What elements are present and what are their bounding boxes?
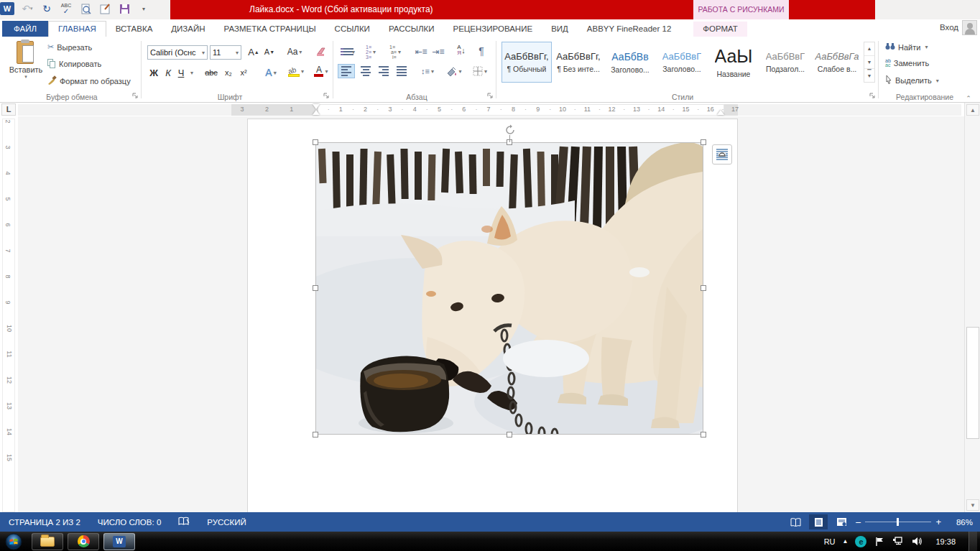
clear-formatting-button[interactable]: [314, 45, 330, 59]
style-no-spacing[interactable]: АаБбВвГг, ¶ Без инте...: [553, 42, 604, 83]
show-paragraph-marks-button[interactable]: ¶: [474, 44, 489, 58]
tab-picture-format[interactable]: ФОРМАТ: [693, 22, 747, 37]
font-dialog-launcher[interactable]: [323, 93, 330, 100]
shading-button[interactable]: ▾: [443, 64, 465, 78]
layout-options-button[interactable]: [712, 144, 732, 165]
text-effects-button[interactable]: А▾: [260, 65, 282, 80]
scroll-up-icon[interactable]: ▲: [966, 104, 979, 116]
language-indicator[interactable]: РУССКИЙ: [198, 518, 255, 527]
bold-button[interactable]: Ж: [147, 65, 160, 80]
decrease-indent-button[interactable]: ⇤≡: [412, 45, 430, 59]
borders-button[interactable]: ▾: [468, 64, 491, 78]
style-heading2[interactable]: АаБбВвГ Заголово...: [657, 42, 707, 83]
grow-font-button[interactable]: A▲: [246, 45, 261, 59]
strikethrough-button[interactable]: abc: [202, 65, 221, 80]
start-button[interactable]: [0, 532, 27, 551]
paste-dropdown-arrow[interactable]: ▾: [24, 74, 27, 80]
styles-more-icon[interactable]: ▼▔: [864, 69, 874, 82]
quick-edit-icon[interactable]: [98, 2, 111, 15]
highlight-button[interactable]: ab ▾: [285, 64, 308, 78]
scrollbar-thumb[interactable]: [966, 327, 979, 439]
hanging-indent-marker[interactable]: [313, 110, 320, 115]
replace-button[interactable]: abac Заменить: [885, 59, 929, 68]
tab-view[interactable]: ВИД: [542, 22, 578, 37]
tab-file[interactable]: ФАЙЛ: [2, 21, 48, 37]
avatar[interactable]: [962, 20, 977, 35]
contextual-tab-group-picture-tools[interactable]: РАБОТА С РИСУНКАМИ: [693, 0, 789, 19]
clock[interactable]: 19:38: [930, 537, 961, 546]
ruler-vertical[interactable]: 23456789101112131415: [2, 119, 15, 512]
cut-button[interactable]: ✂ Вырезать: [47, 42, 92, 52]
styles-scroll-up-icon[interactable]: ▲: [864, 42, 874, 56]
resize-handle-ne[interactable]: [701, 139, 706, 145]
first-line-indent-marker[interactable]: [313, 104, 320, 109]
read-mode-icon[interactable]: [786, 514, 805, 529]
resize-handle-sw[interactable]: [313, 432, 318, 437]
format-painter-button[interactable]: Формат по образцу: [47, 75, 131, 86]
underline-button[interactable]: Ч: [175, 65, 187, 80]
paste-button[interactable]: Вставить ▾: [7, 40, 45, 80]
style-normal[interactable]: АаБбВвГг, ¶ Обычный: [501, 42, 552, 83]
keyboard-language[interactable]: RU: [824, 537, 836, 546]
styles-scroll-down-icon[interactable]: ▼: [864, 56, 874, 70]
align-center-button[interactable]: [357, 64, 374, 78]
eset-icon[interactable]: e: [855, 536, 866, 547]
tab-review[interactable]: РЕЦЕНЗИРОВАНИЕ: [444, 22, 542, 37]
zoom-slider[interactable]: − +: [855, 517, 941, 528]
tab-mailings[interactable]: РАССЫЛКИ: [379, 22, 444, 37]
word-count[interactable]: ЧИСЛО СЛОВ: 0: [89, 518, 170, 527]
resize-handle-s[interactable]: [507, 432, 512, 437]
tab-selector[interactable]: L: [1, 103, 16, 116]
find-button[interactable]: Найти▾: [885, 42, 928, 52]
sign-in-link[interactable]: Вход: [940, 23, 958, 32]
font-size-combo[interactable]: 11 ▾: [210, 45, 241, 60]
undo-icon[interactable]: ↶▾: [21, 2, 34, 15]
style-heading1[interactable]: АаБбВв Заголово...: [605, 42, 655, 83]
underline-dropdown[interactable]: ▾: [188, 65, 195, 80]
tab-page-layout[interactable]: РАЗМЕТКА СТРАНИЦЫ: [215, 22, 325, 37]
print-preview-icon[interactable]: [79, 2, 92, 15]
resize-handle-e[interactable]: [701, 285, 706, 291]
page-indicator[interactable]: СТРАНИЦА 2 ИЗ 2: [0, 518, 89, 527]
font-color-button[interactable]: А ▾: [310, 64, 332, 78]
action-center-flag-icon[interactable]: [874, 536, 885, 547]
resize-handle-w[interactable]: [313, 285, 318, 291]
taskbar-explorer-button[interactable]: [32, 533, 63, 550]
vertical-scrollbar[interactable]: ▲ ▼: [964, 103, 980, 512]
line-spacing-button[interactable]: ↕≡▾: [417, 64, 438, 78]
select-button[interactable]: Выделить▾: [885, 75, 939, 85]
save-icon[interactable]: [118, 2, 131, 15]
italic-button[interactable]: К: [162, 65, 174, 80]
justify-button[interactable]: [393, 64, 410, 78]
taskbar-chrome-button[interactable]: [68, 533, 99, 550]
resize-handle-se[interactable]: [701, 432, 706, 437]
spellcheck-icon[interactable]: ABC✓: [60, 2, 73, 15]
change-case-button[interactable]: Aa▾: [284, 45, 305, 59]
font-family-combo[interactable]: Calibri (Оснс ▾: [147, 45, 208, 60]
sort-button[interactable]: АЯ↓: [453, 43, 470, 57]
bullets-button[interactable]: ▾: [338, 45, 358, 59]
tab-home[interactable]: ГЛАВНАЯ: [48, 21, 106, 37]
qat-customize-icon[interactable]: ▾: [137, 2, 150, 15]
zoom-level[interactable]: 86%: [946, 518, 973, 527]
network-icon[interactable]: [892, 536, 904, 547]
resize-handle-nw[interactable]: [313, 139, 318, 145]
redo-icon[interactable]: ↻: [40, 2, 53, 15]
superscript-button[interactable]: x²: [236, 65, 251, 80]
tab-references[interactable]: ССЫЛКИ: [325, 22, 379, 37]
tray-expand-icon[interactable]: ▲: [843, 538, 849, 545]
multilevel-list-button[interactable]: 1≡ a≡ i≡▾: [384, 45, 407, 59]
style-subtle-emphasis[interactable]: АаБбВвГа Слабое в...: [812, 42, 862, 83]
align-right-button[interactable]: [375, 64, 392, 78]
ruler-horizontal[interactable]: 3211·2·3·4·5·6·7·8·9·10·11·12·13·14·15·1…: [18, 104, 961, 116]
print-layout-icon[interactable]: [809, 514, 828, 529]
taskbar-word-button[interactable]: W: [103, 533, 135, 550]
zoom-in-icon[interactable]: +: [935, 517, 941, 527]
numbering-button[interactable]: 1≡2≡3≡▾: [361, 45, 381, 59]
zoom-slider-thumb[interactable]: [897, 518, 899, 526]
tab-abbyy[interactable]: ABBYY FineReader 12: [578, 22, 680, 37]
copy-button[interactable]: Копировать: [47, 59, 101, 68]
style-title[interactable]: АаЫ Название: [708, 42, 759, 83]
right-indent-marker[interactable]: [717, 110, 724, 115]
word-logo-icon[interactable]: W: [0, 2, 14, 15]
